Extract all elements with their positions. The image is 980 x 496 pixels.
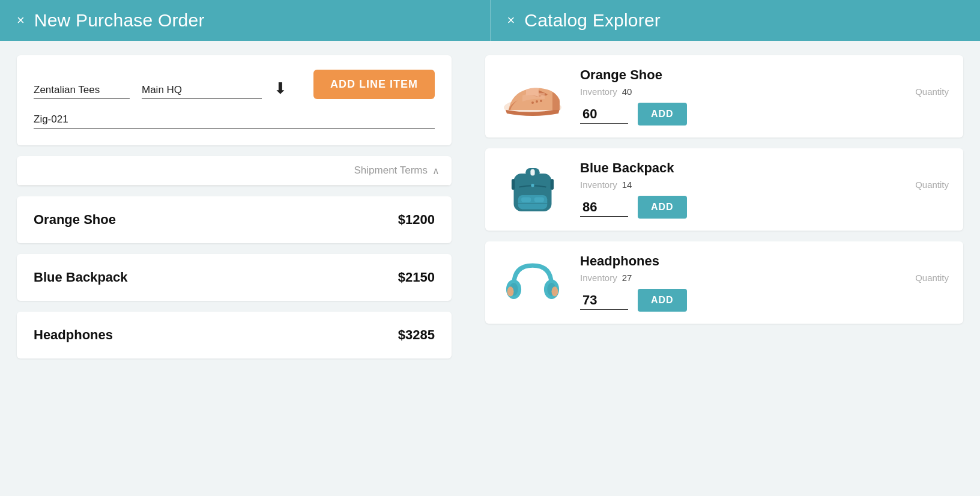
- quantity-input-1[interactable]: [580, 198, 628, 216]
- quantity-input-wrapper-2: [580, 291, 628, 310]
- line-item-0: Orange Shoe $1200: [17, 196, 452, 243]
- line-item-price-1: $2150: [398, 270, 435, 285]
- order-id-field: [34, 111, 435, 129]
- line-item-price-0: $1200: [398, 212, 435, 228]
- catalog-meta-0: Inventory 40 Quantity: [580, 86, 949, 97]
- svg-point-13: [531, 184, 534, 187]
- header-bar: × New Purchase Order × Catalog Explorer: [0, 0, 980, 41]
- svg-point-20: [507, 286, 514, 296]
- shipment-terms-label: Shipment Terms: [354, 165, 428, 177]
- location-input[interactable]: [142, 82, 262, 98]
- catalog-meta-2: Inventory 27 Quantity: [580, 273, 949, 283]
- svg-rect-6: [530, 169, 534, 175]
- location-field: [142, 82, 262, 99]
- order-id-input[interactable]: [34, 111, 435, 128]
- left-panel-title: New Purchase Order: [34, 10, 205, 31]
- inventory-value-0: 40: [622, 86, 632, 97]
- svg-rect-11: [512, 179, 515, 190]
- left-header-panel: × New Purchase Order: [0, 0, 491, 41]
- line-item-name-2: Headphones: [34, 327, 113, 343]
- right-header-panel: × Catalog Explorer: [491, 0, 981, 41]
- vendor-field: [34, 82, 130, 99]
- form-row-bottom: [34, 111, 435, 129]
- purchase-order-form-card: ⬇ ADD LINE ITEM: [17, 55, 452, 145]
- close-right-button[interactable]: ×: [507, 14, 515, 27]
- quantity-row-0: ADD: [580, 103, 949, 126]
- catalog-item-name-2: Headphones: [580, 253, 949, 269]
- catalog-meta-1: Inventory 14 Quantity: [580, 180, 949, 190]
- left-panel: ⬇ ADD LINE ITEM Shipment Terms ∧ Orange …: [0, 41, 468, 496]
- quantity-input-wrapper-1: [580, 198, 628, 217]
- right-panel: Orange Shoe Inventory 40 Quantity ADD: [468, 41, 980, 496]
- add-button-1[interactable]: ADD: [638, 196, 687, 219]
- catalog-info-1: Blue Backpack Inventory 14 Quantity ADD: [580, 160, 949, 219]
- add-line-item-button[interactable]: ADD LINE ITEM: [313, 70, 435, 99]
- quantity-input-2[interactable]: [580, 291, 628, 309]
- quantity-label-2: Quantity: [915, 273, 949, 283]
- svg-rect-7: [518, 195, 548, 209]
- catalog-info-2: Headphones Inventory 27 Quantity ADD: [580, 253, 949, 312]
- quantity-label-1: Quantity: [915, 180, 949, 190]
- svg-point-21: [552, 286, 558, 296]
- svg-point-2: [536, 100, 538, 103]
- quantity-input-0[interactable]: [580, 105, 628, 123]
- svg-rect-9: [521, 197, 531, 202]
- catalog-item-0: Orange Shoe Inventory 40 Quantity ADD: [485, 55, 963, 138]
- main-content: ⬇ ADD LINE ITEM Shipment Terms ∧ Orange …: [0, 41, 980, 496]
- line-item-price-2: $3285: [398, 327, 435, 343]
- shipment-terms-section: Shipment Terms ∧: [17, 156, 452, 186]
- line-item-name-0: Orange Shoe: [34, 212, 116, 228]
- quantity-row-1: ADD: [580, 196, 949, 219]
- catalog-item-2: Headphones Inventory 27 Quantity ADD: [485, 241, 963, 324]
- catalog-info-0: Orange Shoe Inventory 40 Quantity ADD: [580, 67, 949, 126]
- right-panel-title: Catalog Explorer: [524, 10, 661, 31]
- form-row-top: ⬇ ADD LINE ITEM: [34, 70, 435, 99]
- svg-rect-10: [534, 197, 544, 202]
- catalog-image-headphones: [500, 256, 566, 310]
- quantity-label-0: Quantity: [915, 86, 949, 97]
- line-item-name-1: Blue Backpack: [34, 270, 128, 285]
- svg-point-3: [540, 100, 542, 102]
- quantity-input-wrapper-0: [580, 105, 628, 124]
- catalog-item-name-0: Orange Shoe: [580, 67, 949, 83]
- catalog-image-shoe: [500, 70, 566, 124]
- vendor-input[interactable]: [34, 82, 130, 98]
- add-button-2[interactable]: ADD: [638, 289, 687, 312]
- catalog-item-name-1: Blue Backpack: [580, 160, 949, 176]
- quantity-row-2: ADD: [580, 289, 949, 312]
- svg-point-1: [531, 101, 534, 104]
- close-left-button[interactable]: ×: [17, 14, 25, 27]
- inventory-label-1: Inventory: [580, 180, 617, 190]
- inventory-label-2: Inventory: [580, 273, 617, 283]
- inventory-label-0: Inventory: [580, 86, 617, 97]
- line-item-2: Headphones $3285: [17, 312, 452, 358]
- catalog-item-1: Blue Backpack Inventory 14 Quantity ADD: [485, 148, 963, 231]
- download-icon[interactable]: ⬇: [274, 79, 287, 98]
- shipment-terms-header[interactable]: Shipment Terms ∧: [17, 156, 452, 186]
- chevron-up-icon: ∧: [432, 165, 440, 177]
- add-button-0[interactable]: ADD: [638, 103, 687, 126]
- line-item-1: Blue Backpack $2150: [17, 254, 452, 301]
- catalog-image-backpack: [500, 163, 566, 217]
- inventory-value-2: 27: [622, 273, 632, 283]
- inventory-value-1: 14: [622, 180, 632, 190]
- svg-rect-12: [551, 179, 554, 190]
